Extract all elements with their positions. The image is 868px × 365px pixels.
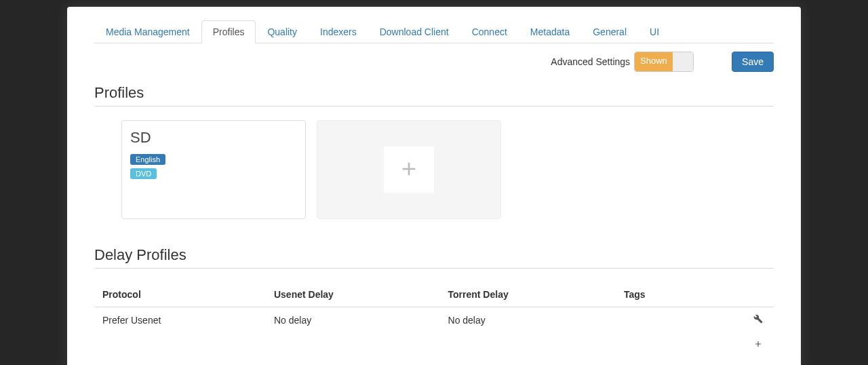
tab-profiles[interactable]: Profiles [201, 20, 256, 43]
tab-general[interactable]: General [581, 20, 638, 43]
profile-card-sd[interactable]: SD English DVD [121, 120, 306, 219]
settings-tabs: Media Management Profiles Quality Indexe… [94, 20, 774, 43]
add-profile-card[interactable] [317, 120, 501, 219]
plus-icon[interactable] [751, 337, 766, 353]
table-add-row [94, 332, 774, 358]
cell-tags [616, 307, 703, 333]
profiles-section-title: Profiles [94, 84, 774, 102]
settings-panel: Media Management Profiles Quality Indexe… [67, 7, 801, 365]
table-row: Prefer Usenet No delay No delay [94, 307, 774, 333]
wrench-icon[interactable] [751, 312, 766, 328]
plus-icon [398, 158, 420, 182]
toggle-on-label: Shown [635, 52, 673, 71]
toggle-off-blank [673, 52, 693, 71]
delay-profiles-table: Protocol Usenet Delay Torrent Delay Tags… [94, 282, 774, 358]
tab-metadata[interactable]: Metadata [519, 20, 581, 43]
quality-badge: DVD [130, 168, 157, 179]
divider [94, 106, 774, 107]
col-actions [703, 282, 774, 307]
tab-indexers[interactable]: Indexers [309, 20, 368, 43]
col-protocol: Protocol [94, 282, 266, 307]
advanced-settings-label: Advanced Settings [551, 56, 630, 67]
action-row: Advanced Settings Shown Save [94, 52, 774, 72]
delay-profiles-section-title: Delay Profiles [94, 246, 774, 264]
profiles-cards-row: SD English DVD [121, 120, 774, 219]
language-badge: English [130, 154, 165, 165]
col-tags: Tags [616, 282, 703, 307]
cell-torrent-delay: No delay [440, 307, 616, 333]
col-usenet-delay: Usenet Delay [266, 282, 440, 307]
save-button[interactable]: Save [732, 52, 774, 72]
tab-quality[interactable]: Quality [256, 20, 309, 43]
tab-ui[interactable]: UI [638, 20, 671, 43]
tab-connect[interactable]: Connect [460, 20, 519, 43]
cell-protocol: Prefer Usenet [94, 307, 266, 333]
tab-media-management[interactable]: Media Management [94, 20, 201, 43]
table-header-row: Protocol Usenet Delay Torrent Delay Tags [94, 282, 774, 307]
divider [94, 268, 774, 269]
cell-usenet-delay: No delay [266, 307, 440, 333]
profile-card-name: SD [130, 129, 297, 147]
advanced-settings-toggle[interactable]: Shown [634, 52, 694, 72]
col-torrent-delay: Torrent Delay [440, 282, 616, 307]
add-inner-box [384, 147, 434, 193]
tab-download-client[interactable]: Download Client [368, 20, 460, 43]
